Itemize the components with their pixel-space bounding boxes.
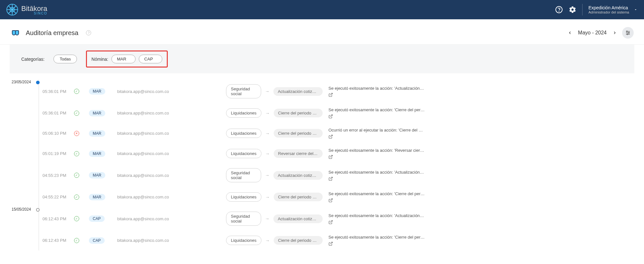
help-icon[interactable] — [555, 6, 563, 14]
svg-line-12 — [330, 177, 332, 179]
action-result: Cierre del periodo de nóm... — [274, 236, 323, 245]
logo-wheel-icon — [6, 4, 18, 15]
categorias-all-chip[interactable]: Todas — [53, 55, 77, 63]
entry-description: Se ejecutó exitosamente la acción: 'Cier… — [328, 107, 457, 119]
entry-description: Se ejecutó exitosamente la acción: 'Cier… — [328, 191, 457, 203]
arrow-right-icon: → — [265, 173, 270, 178]
entry-time: 05:36:01 PM — [39, 111, 68, 115]
arrow-right-icon: → — [265, 216, 270, 221]
svg-line-13 — [330, 199, 332, 201]
arrow-right-icon: → — [265, 238, 270, 243]
arrow-right-icon: → — [265, 195, 270, 200]
entry-user: bitakora.app@sinco.com.co — [117, 89, 220, 94]
entry-description: Se ejecutó exitosamente la acción: 'Actu… — [328, 170, 457, 181]
entry-action: Liquidaciones→Cierre del periodo de nóm.… — [226, 192, 323, 202]
app-header: Bitākora SINCO Expedición América Admini… — [0, 0, 644, 19]
svg-line-11 — [330, 155, 332, 157]
entry-time: 04:55:23 PM — [39, 173, 68, 178]
svg-point-7 — [627, 34, 628, 35]
action-category: Liquidaciones — [226, 129, 261, 138]
date-label: 15/05/2024 — [12, 207, 31, 212]
external-link-icon[interactable] — [328, 241, 333, 246]
action-result: Actualización cotizantes ... — [273, 171, 323, 180]
audit-entry: 06:12:43 PM✓CAPbitakora.app@sinco.com.co… — [39, 207, 632, 230]
entry-time: 06:12:43 PM — [39, 216, 68, 221]
action-category: Liquidaciones — [226, 149, 261, 158]
entry-description-text: Se ejecutó exitosamente la acción: 'Actu… — [328, 86, 425, 91]
svg-point-6 — [629, 32, 630, 33]
entry-description-text: Ocurrió un error al ejecutar la acción: … — [328, 128, 425, 132]
svg-line-8 — [330, 93, 332, 95]
nomina-chip-mar[interactable]: MAR — [111, 55, 136, 63]
nomina-tag: CAP — [89, 237, 105, 244]
audit-entry: 06:12:43 PM✓CAPbitakora.app@sinco.com.co… — [39, 230, 632, 250]
external-link-icon[interactable] — [328, 220, 333, 224]
entry-user: bitakora.app@sinco.com.co — [117, 216, 220, 221]
nomina-tag: MAR — [89, 88, 105, 95]
entry-user: bitakora.app@sinco.com.co — [117, 131, 220, 136]
entry-description-text: Se ejecutó exitosamente la acción: 'Cier… — [328, 107, 425, 112]
gear-icon[interactable] — [569, 6, 576, 14]
entry-time: 05:06:10 PM — [39, 131, 68, 136]
next-period-button[interactable] — [612, 31, 617, 35]
page-help-icon[interactable]: ? — [86, 30, 91, 35]
entry-action: Liquidaciones→Cierre del periodo de nóm.… — [226, 108, 323, 118]
external-link-icon[interactable] — [328, 155, 333, 159]
check-circle-icon: ✓ — [74, 216, 79, 221]
entry-description: Se ejecutó exitosamente la acción: 'Reve… — [328, 148, 457, 159]
page-header-right: Mayo - 2024 — [568, 27, 634, 39]
period-text: Mayo - 2024 — [578, 30, 607, 36]
audit-entry: 05:36:01 PM✓MARbitakora.app@sinco.com.co… — [39, 80, 632, 103]
date-group: 23/05/202405:36:01 PM✓MARbitakora.app@si… — [12, 80, 632, 207]
entry-description: Se ejecutó exitosamente la acción: 'Actu… — [328, 213, 457, 224]
entry-time: 05:01:19 PM — [39, 151, 68, 156]
categorias-label: Categorías: — [21, 57, 44, 62]
svg-point-1 — [559, 11, 559, 12]
user-name: Expedición América — [588, 5, 629, 10]
sliders-icon — [625, 30, 631, 36]
entry-user: bitakora.app@sinco.com.co — [117, 238, 220, 243]
header-divider — [582, 4, 582, 15]
external-link-icon[interactable] — [328, 134, 333, 139]
nomina-tag: MAR — [89, 172, 105, 178]
action-result: Actualización cotizantes ... — [273, 214, 323, 223]
check-circle-icon: ✓ — [74, 238, 79, 243]
entry-user: bitakora.app@sinco.com.co — [117, 111, 220, 115]
page-title: Auditoría empresa — [26, 29, 78, 37]
filters-bar: Categorías: Todas Nómina: MAR CAP — [10, 45, 634, 73]
filter-toggle-button[interactable] — [622, 27, 634, 39]
svg-line-14 — [330, 220, 332, 222]
nomina-chip-cap[interactable]: CAP — [139, 55, 162, 63]
entry-action: Liquidaciones→Reversar cierre del period… — [226, 149, 323, 158]
external-link-icon[interactable] — [328, 177, 333, 181]
prev-period-button[interactable] — [568, 31, 572, 35]
check-circle-icon: ✓ — [74, 195, 79, 200]
audit-entry: 05:36:01 PM✓MARbitakora.app@sinco.com.co… — [39, 103, 632, 123]
date-label: 23/05/2024 — [12, 80, 31, 84]
date-group: 15/05/202406:12:43 PM✓CAPbitakora.app@si… — [12, 207, 632, 250]
user-menu[interactable]: Expedición América Administrador del sis… — [588, 5, 638, 14]
action-result: Reversar cierre del period... — [274, 149, 323, 158]
nomina-tag: MAR — [89, 150, 105, 157]
logo-text-wrap: Bitākora SINCO — [21, 5, 47, 15]
entry-description: Ocurrió un error al ejecutar la acción: … — [328, 128, 457, 139]
entry-action: Seguridad social→Actualización cotizante… — [226, 84, 323, 98]
external-link-icon[interactable] — [328, 198, 333, 203]
action-result: Cierre del periodo de nóm... — [274, 109, 323, 117]
action-result: Actualización cotizantes ... — [273, 87, 323, 96]
entry-action: Liquidaciones→Cierre del periodo de nóm.… — [226, 236, 323, 245]
svg-line-9 — [330, 115, 332, 117]
svg-point-5 — [627, 31, 628, 32]
check-circle-icon: ✓ — [74, 89, 79, 94]
external-link-icon[interactable] — [328, 93, 333, 97]
nomina-tag: MAR — [89, 194, 105, 200]
action-category: Seguridad social — [226, 212, 261, 226]
period-nav: Mayo - 2024 — [568, 30, 617, 36]
arrow-right-icon: → — [265, 131, 270, 136]
external-link-icon[interactable] — [328, 114, 333, 119]
check-circle-icon: ✓ — [74, 111, 79, 116]
nomina-chip-label: CAP — [144, 57, 153, 61]
audit-timeline: 23/05/202405:36:01 PM✓MARbitakora.app@si… — [0, 73, 644, 257]
arrow-right-icon: → — [265, 151, 270, 156]
binoculars-icon — [10, 28, 21, 38]
